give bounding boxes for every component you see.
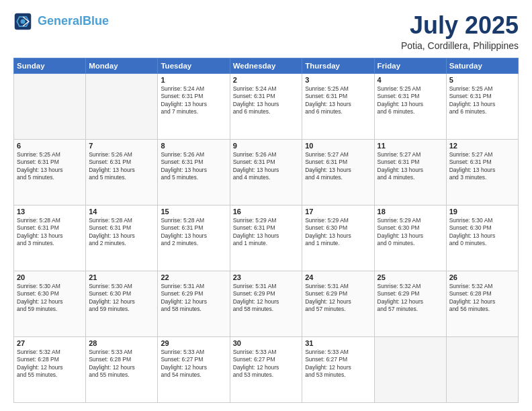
day-number: 28 <box>89 339 154 347</box>
calendar-table: SundayMondayTuesdayWednesdayThursdayFrid… <box>13 58 519 403</box>
day-number: 14 <box>89 208 154 216</box>
calendar-week-4: 27Sunrise: 5:32 AM Sunset: 6:28 PM Dayli… <box>14 336 519 402</box>
day-number: 31 <box>305 339 371 347</box>
day-number: 9 <box>233 142 300 150</box>
day-info: Sunrise: 5:25 AM Sunset: 6:31 PM Dayligh… <box>378 85 443 116</box>
day-number: 22 <box>161 273 226 281</box>
calendar-cell: 20Sunrise: 5:30 AM Sunset: 6:30 PM Dayli… <box>14 271 86 336</box>
calendar-week-0: 1Sunrise: 5:24 AM Sunset: 6:31 PM Daylig… <box>14 73 519 139</box>
calendar-header-friday: Friday <box>374 58 446 73</box>
calendar-cell: 8Sunrise: 5:26 AM Sunset: 6:31 PM Daylig… <box>158 139 230 205</box>
calendar-cell <box>374 336 446 402</box>
calendar-cell: 31Sunrise: 5:33 AM Sunset: 6:27 PM Dayli… <box>302 336 374 402</box>
calendar-cell: 23Sunrise: 5:31 AM Sunset: 6:29 PM Dayli… <box>230 271 302 336</box>
day-number: 24 <box>305 273 371 281</box>
page: GeneralBlue July 2025 Potia, Cordillera,… <box>0 0 532 411</box>
calendar-cell: 10Sunrise: 5:27 AM Sunset: 6:31 PM Dayli… <box>302 139 374 205</box>
header: GeneralBlue July 2025 Potia, Cordillera,… <box>13 12 519 51</box>
day-number: 20 <box>17 273 83 281</box>
day-info: Sunrise: 5:29 AM Sunset: 6:30 PM Dayligh… <box>378 217 443 248</box>
calendar-cell: 16Sunrise: 5:29 AM Sunset: 6:31 PM Dayli… <box>230 205 302 271</box>
day-info: Sunrise: 5:32 AM Sunset: 6:29 PM Dayligh… <box>378 283 443 314</box>
day-number: 30 <box>233 339 300 347</box>
day-number: 25 <box>378 273 443 281</box>
day-number: 1 <box>161 76 226 84</box>
day-info: Sunrise: 5:32 AM Sunset: 6:28 PM Dayligh… <box>449 283 515 314</box>
day-number: 4 <box>378 76 443 84</box>
day-info: Sunrise: 5:27 AM Sunset: 6:31 PM Dayligh… <box>378 151 443 182</box>
calendar-cell: 25Sunrise: 5:32 AM Sunset: 6:29 PM Dayli… <box>374 271 446 336</box>
day-info: Sunrise: 5:26 AM Sunset: 6:31 PM Dayligh… <box>89 151 154 182</box>
day-number: 17 <box>305 208 371 216</box>
day-number: 27 <box>17 339 83 347</box>
day-info: Sunrise: 5:33 AM Sunset: 6:28 PM Dayligh… <box>89 349 154 379</box>
day-info: Sunrise: 5:29 AM Sunset: 6:31 PM Dayligh… <box>233 217 300 248</box>
day-number: 7 <box>89 142 154 150</box>
day-info: Sunrise: 5:31 AM Sunset: 6:29 PM Dayligh… <box>233 283 300 314</box>
month-title: July 2025 <box>401 12 519 39</box>
calendar-cell: 29Sunrise: 5:33 AM Sunset: 6:27 PM Dayli… <box>158 336 230 402</box>
calendar-cell: 14Sunrise: 5:28 AM Sunset: 6:31 PM Dayli… <box>86 205 158 271</box>
day-number: 3 <box>305 76 371 84</box>
day-info: Sunrise: 5:26 AM Sunset: 6:31 PM Dayligh… <box>161 151 226 182</box>
day-number: 11 <box>378 142 443 150</box>
day-number: 6 <box>17 142 83 150</box>
logo: GeneralBlue <box>13 12 109 31</box>
calendar-cell: 13Sunrise: 5:28 AM Sunset: 6:31 PM Dayli… <box>14 205 86 271</box>
day-number: 16 <box>233 208 300 216</box>
calendar-cell: 21Sunrise: 5:30 AM Sunset: 6:30 PM Dayli… <box>86 271 158 336</box>
calendar-cell: 18Sunrise: 5:29 AM Sunset: 6:30 PM Dayli… <box>374 205 446 271</box>
calendar-cell: 3Sunrise: 5:25 AM Sunset: 6:31 PM Daylig… <box>302 73 374 139</box>
day-number: 8 <box>161 142 226 150</box>
day-info: Sunrise: 5:28 AM Sunset: 6:31 PM Dayligh… <box>161 217 226 248</box>
calendar-week-3: 20Sunrise: 5:30 AM Sunset: 6:30 PM Dayli… <box>14 271 519 336</box>
day-number: 21 <box>89 273 154 281</box>
calendar-cell <box>86 73 158 139</box>
calendar-cell: 9Sunrise: 5:26 AM Sunset: 6:31 PM Daylig… <box>230 139 302 205</box>
calendar-cell: 28Sunrise: 5:33 AM Sunset: 6:28 PM Dayli… <box>86 336 158 402</box>
calendar-header-row: SundayMondayTuesdayWednesdayThursdayFrid… <box>14 58 519 73</box>
logo-general: General <box>38 14 83 28</box>
svg-point-2 <box>21 19 26 24</box>
day-info: Sunrise: 5:29 AM Sunset: 6:30 PM Dayligh… <box>305 217 371 248</box>
calendar-cell: 26Sunrise: 5:32 AM Sunset: 6:28 PM Dayli… <box>446 271 518 336</box>
calendar-cell: 24Sunrise: 5:31 AM Sunset: 6:29 PM Dayli… <box>302 271 374 336</box>
logo-blue: Blue <box>83 14 109 28</box>
calendar-cell <box>14 73 86 139</box>
calendar-cell: 5Sunrise: 5:25 AM Sunset: 6:31 PM Daylig… <box>446 73 518 139</box>
calendar-cell <box>446 336 518 402</box>
logo-text: GeneralBlue <box>38 15 109 28</box>
day-info: Sunrise: 5:24 AM Sunset: 6:31 PM Dayligh… <box>161 85 226 116</box>
calendar-header-saturday: Saturday <box>446 58 518 73</box>
calendar-header-sunday: Sunday <box>14 58 86 73</box>
day-info: Sunrise: 5:25 AM Sunset: 6:31 PM Dayligh… <box>449 85 515 116</box>
day-info: Sunrise: 5:27 AM Sunset: 6:31 PM Dayligh… <box>449 151 515 182</box>
day-info: Sunrise: 5:31 AM Sunset: 6:29 PM Dayligh… <box>161 283 226 314</box>
day-number: 26 <box>449 273 515 281</box>
calendar-cell: 17Sunrise: 5:29 AM Sunset: 6:30 PM Dayli… <box>302 205 374 271</box>
calendar-cell: 27Sunrise: 5:32 AM Sunset: 6:28 PM Dayli… <box>14 336 86 402</box>
calendar-cell: 11Sunrise: 5:27 AM Sunset: 6:31 PM Dayli… <box>374 139 446 205</box>
day-info: Sunrise: 5:33 AM Sunset: 6:27 PM Dayligh… <box>233 349 300 379</box>
calendar-cell: 2Sunrise: 5:24 AM Sunset: 6:31 PM Daylig… <box>230 73 302 139</box>
day-info: Sunrise: 5:26 AM Sunset: 6:31 PM Dayligh… <box>233 151 300 182</box>
calendar-header-tuesday: Tuesday <box>158 58 230 73</box>
day-number: 2 <box>233 76 300 84</box>
day-info: Sunrise: 5:28 AM Sunset: 6:31 PM Dayligh… <box>17 217 83 248</box>
day-info: Sunrise: 5:28 AM Sunset: 6:31 PM Dayligh… <box>89 217 154 248</box>
calendar-cell: 19Sunrise: 5:30 AM Sunset: 6:30 PM Dayli… <box>446 205 518 271</box>
day-number: 23 <box>233 273 300 281</box>
calendar-header-monday: Monday <box>86 58 158 73</box>
day-info: Sunrise: 5:25 AM Sunset: 6:31 PM Dayligh… <box>17 151 83 182</box>
calendar-cell: 15Sunrise: 5:28 AM Sunset: 6:31 PM Dayli… <box>158 205 230 271</box>
day-info: Sunrise: 5:30 AM Sunset: 6:30 PM Dayligh… <box>17 283 83 314</box>
calendar-week-1: 6Sunrise: 5:25 AM Sunset: 6:31 PM Daylig… <box>14 139 519 205</box>
day-number: 13 <box>17 208 83 216</box>
day-info: Sunrise: 5:24 AM Sunset: 6:31 PM Dayligh… <box>233 85 300 116</box>
day-info: Sunrise: 5:30 AM Sunset: 6:30 PM Dayligh… <box>89 283 154 314</box>
calendar-cell: 1Sunrise: 5:24 AM Sunset: 6:31 PM Daylig… <box>158 73 230 139</box>
day-info: Sunrise: 5:33 AM Sunset: 6:27 PM Dayligh… <box>161 349 226 379</box>
calendar-week-2: 13Sunrise: 5:28 AM Sunset: 6:31 PM Dayli… <box>14 205 519 271</box>
location-title: Potia, Cordillera, Philippines <box>401 40 519 51</box>
calendar-header-wednesday: Wednesday <box>230 58 302 73</box>
